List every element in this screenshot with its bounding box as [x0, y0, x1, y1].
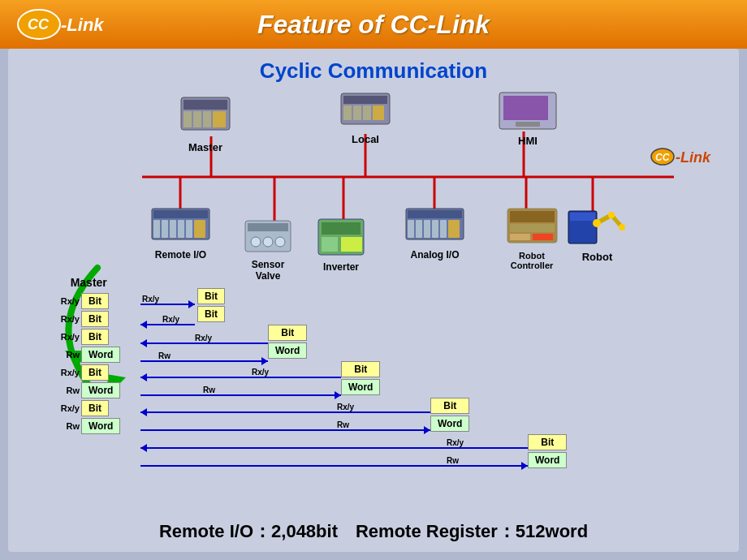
inverter-word: Word — [341, 379, 380, 395]
svg-rect-50 — [184, 111, 192, 127]
cyclic-title: Cyclic Communication — [0, 58, 747, 84]
svg-rect-86 — [440, 220, 447, 238]
sensor-label2: Valve — [244, 270, 292, 282]
inverter-label: Inverter — [317, 261, 365, 273]
svg-rect-67 — [170, 220, 176, 238]
robot-ctrl-device: RobotController — [499, 207, 564, 270]
svg-rect-59 — [373, 106, 384, 120]
svg-rect-53 — [213, 111, 226, 127]
svg-text:CC: CC — [655, 152, 670, 163]
master-area-label: Master — [57, 276, 120, 289]
rw-label-8: Rw — [57, 421, 80, 431]
master-device: Master — [177, 93, 234, 153]
svg-rect-69 — [186, 220, 192, 238]
inverter-device: Inverter — [317, 218, 365, 273]
svg-point-99 — [619, 224, 625, 230]
sensor-data: Bit Word — [268, 325, 307, 359]
robot-ctrl-label: RobotController — [499, 251, 564, 270]
rxry-label-2: Rx/y — [57, 314, 80, 324]
svg-rect-81 — [408, 210, 462, 218]
master-data-area: Master Rx/y Bit Rx/y Bit Rx/y Bit Rw Wor… — [57, 276, 120, 436]
robot-bit: Bit — [528, 434, 567, 450]
word-box-6: Word — [81, 382, 120, 398]
sensor-word: Word — [268, 342, 307, 359]
svg-rect-55 — [343, 96, 387, 104]
svg-text:CC: CC — [28, 16, 50, 32]
svg-text:-Link: -Link — [676, 149, 711, 166]
svg-rect-57 — [353, 106, 361, 120]
svg-point-73 — [251, 237, 261, 247]
rxry-label-7: Rx/y — [57, 403, 80, 413]
analog-io-device: Analog I/O — [404, 207, 465, 261]
master-label: Master — [177, 141, 234, 153]
rxry-label-1: Rx/y — [57, 296, 80, 306]
cc-link-logo-br: CC -Link — [650, 144, 723, 169]
svg-rect-66 — [162, 220, 168, 238]
remote-io-bit-1: Bit — [197, 288, 225, 304]
sensor-label: Sensor — [244, 259, 292, 270]
word-box-8: Word — [81, 418, 120, 434]
remote-io-device: Remote I/O — [150, 207, 211, 261]
svg-rect-65 — [153, 220, 160, 238]
bit-box-5: Bit — [81, 364, 109, 381]
analog-io-data: Bit Word — [430, 398, 469, 432]
svg-rect-62 — [516, 122, 540, 127]
analog-bit: Bit — [430, 398, 469, 414]
footer-text: Remote I/O：2,048bit Remote Register：512w… — [0, 519, 747, 544]
svg-rect-51 — [193, 111, 201, 127]
svg-rect-82 — [408, 220, 414, 238]
svg-rect-78 — [322, 237, 338, 252]
robot-label: Robot — [567, 251, 628, 263]
svg-rect-91 — [510, 234, 530, 240]
rw-label-6: Rw — [57, 386, 80, 395]
svg-rect-68 — [178, 220, 184, 238]
svg-rect-79 — [341, 237, 362, 252]
sensor-bit: Bit — [268, 325, 307, 341]
hmi-label: HMI — [495, 135, 560, 147]
svg-rect-70 — [194, 220, 205, 238]
rxry-label-3: Rx/y — [57, 332, 80, 342]
svg-rect-49 — [184, 100, 227, 110]
local-device: Local — [337, 89, 394, 145]
svg-rect-77 — [322, 222, 361, 235]
svg-rect-84 — [424, 220, 430, 238]
svg-point-97 — [593, 219, 601, 227]
svg-point-98 — [608, 212, 615, 218]
svg-point-74 — [263, 237, 273, 247]
svg-rect-52 — [203, 111, 211, 127]
svg-rect-92 — [533, 234, 553, 240]
remote-io-label: Remote I/O — [150, 249, 211, 261]
cc-link-logo-top: CC -Link — [16, 6, 114, 42]
svg-point-75 — [275, 237, 285, 247]
inverter-data: Bit Word — [341, 361, 380, 395]
robot-word: Word — [528, 452, 567, 468]
analog-word: Word — [430, 416, 469, 432]
inverter-bit: Bit — [341, 361, 380, 377]
svg-rect-56 — [343, 106, 352, 120]
robot-device: Robot — [567, 203, 628, 263]
word-box-4: Word — [81, 347, 120, 363]
svg-rect-64 — [153, 210, 208, 218]
remote-io-data: Bit Bit — [197, 288, 225, 322]
svg-rect-72 — [248, 223, 288, 231]
bit-box-7: Bit — [81, 400, 109, 416]
hmi-device: HMI — [495, 91, 560, 147]
rw-label-4: Rw — [57, 350, 80, 360]
svg-rect-61 — [503, 96, 548, 120]
bit-box-1: Bit — [81, 293, 109, 309]
local-label: Local — [337, 133, 394, 145]
svg-rect-58 — [363, 106, 371, 120]
svg-rect-87 — [448, 220, 460, 238]
rxry-label-5: Rx/y — [57, 368, 80, 377]
header-title: Feature of CC-Link — [257, 10, 490, 40]
remote-io-bit-2: Bit — [197, 306, 225, 322]
svg-rect-94 — [570, 213, 595, 221]
analog-io-label: Analog I/O — [404, 249, 465, 261]
svg-rect-83 — [416, 220, 422, 238]
header-bar: CC -Link Feature of CC-Link — [0, 0, 747, 49]
svg-rect-90 — [510, 224, 555, 232]
bit-box-2: Bit — [81, 311, 109, 327]
svg-text:-Link: -Link — [61, 15, 105, 35]
svg-rect-89 — [510, 211, 555, 222]
svg-rect-85 — [432, 220, 438, 238]
